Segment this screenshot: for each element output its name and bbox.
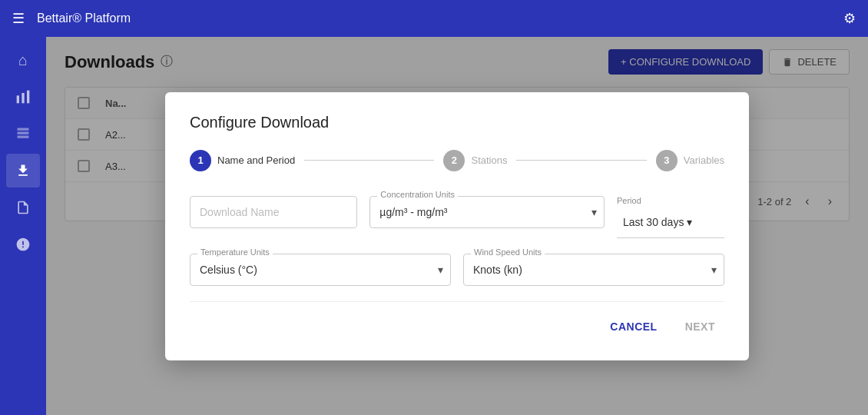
download-name-field <box>190 196 357 238</box>
nav-left: ☰ Bettair® Platform <box>12 10 131 27</box>
wind-speed-units-field: Wind Speed Units Knots (kn) m/s km/h mph… <box>463 254 724 286</box>
download-name-input[interactable] <box>190 196 357 228</box>
sidebar: ⌂ <box>0 37 46 415</box>
sidebar-item-table[interactable] <box>6 117 40 151</box>
app-title: Bettair® Platform <box>37 12 131 25</box>
modal-overlay: Configure Download 1 Name and Period 2 <box>46 37 868 415</box>
step-1-circle: 1 <box>190 150 211 171</box>
concentration-units-wrapper: µg/m³ - mg/m³ mg/m³ µg/m³ ▾ <box>369 196 605 228</box>
configure-download-dialog: Configure Download 1 Name and Period 2 <box>165 92 749 360</box>
step-1: 1 Name and Period <box>190 150 295 171</box>
form-row-1: Concentration Units µg/m³ - mg/m³ mg/m³ … <box>190 196 724 238</box>
hamburger-icon[interactable]: ☰ <box>12 10 25 27</box>
top-navigation: ☰ Bettair® Platform ⚙ <box>0 0 868 37</box>
cancel-button[interactable]: CANCEL <box>601 314 666 339</box>
sidebar-item-alert[interactable] <box>6 227 40 261</box>
period-field: Period Last 30 days ▾ <box>617 196 724 238</box>
temperature-units-wrapper: Celsius (°C) Fahrenheit (°F) Kelvin (K) … <box>190 254 451 286</box>
temperature-units-label: Temperature Units <box>197 247 273 257</box>
period-value: Last 30 days <box>623 216 684 228</box>
step-2-circle: 2 <box>443 150 465 171</box>
concentration-units-select[interactable]: µg/m³ - mg/m³ mg/m³ µg/m³ <box>369 196 605 228</box>
svg-rect-2 <box>27 91 29 104</box>
temperature-units-select[interactable]: Celsius (°C) Fahrenheit (°F) Kelvin (K) <box>190 254 451 286</box>
step-line-2 <box>516 160 646 161</box>
svg-rect-0 <box>17 95 19 103</box>
step-2-label: Stations <box>471 154 507 166</box>
wind-speed-units-select[interactable]: Knots (kn) m/s km/h mph <box>463 254 724 286</box>
period-label: Period <box>617 196 724 205</box>
concentration-units-field: Concentration Units µg/m³ - mg/m³ mg/m³ … <box>369 196 605 238</box>
step-3: 3 Variables <box>656 150 724 171</box>
step-2: 2 Stations <box>443 150 507 171</box>
step-line-1 <box>304 160 434 161</box>
step-3-circle: 3 <box>656 150 678 171</box>
next-button[interactable]: NEXT <box>676 314 724 339</box>
wind-speed-units-label: Wind Speed Units <box>471 247 545 257</box>
temperature-units-field: Temperature Units Celsius (°C) Fahrenhei… <box>190 254 451 286</box>
concentration-units-label: Concentration Units <box>377 190 458 199</box>
dialog-title: Configure Download <box>190 114 724 131</box>
main-layout: ⌂ Downloads ⓘ + CONFIGURE DOWNLOAD <box>0 37 868 415</box>
sidebar-item-download[interactable] <box>6 154 40 188</box>
stepper: 1 Name and Period 2 Stations 3 <box>190 150 724 171</box>
dialog-actions: CANCEL NEXT <box>190 314 724 339</box>
period-button[interactable]: Last 30 days ▾ <box>617 207 724 238</box>
settings-icon[interactable]: ⚙ <box>843 10 856 27</box>
sidebar-item-home[interactable]: ⌂ <box>6 43 40 77</box>
step-1-label: Name and Period <box>217 154 295 166</box>
form-row-2: Temperature Units Celsius (°C) Fahrenhei… <box>190 254 724 286</box>
period-dropdown-icon: ▾ <box>687 216 692 228</box>
step-3-label: Variables <box>684 154 724 166</box>
sidebar-item-document[interactable] <box>6 191 40 224</box>
dialog-divider <box>190 301 724 302</box>
period-wrapper: Period Last 30 days ▾ <box>617 196 724 238</box>
svg-rect-1 <box>22 93 24 103</box>
wind-speed-units-wrapper: Knots (kn) m/s km/h mph ▾ <box>463 254 724 286</box>
sidebar-item-chart[interactable] <box>6 80 40 114</box>
main-content: Downloads ⓘ + CONFIGURE DOWNLOAD DELETE … <box>46 37 868 415</box>
